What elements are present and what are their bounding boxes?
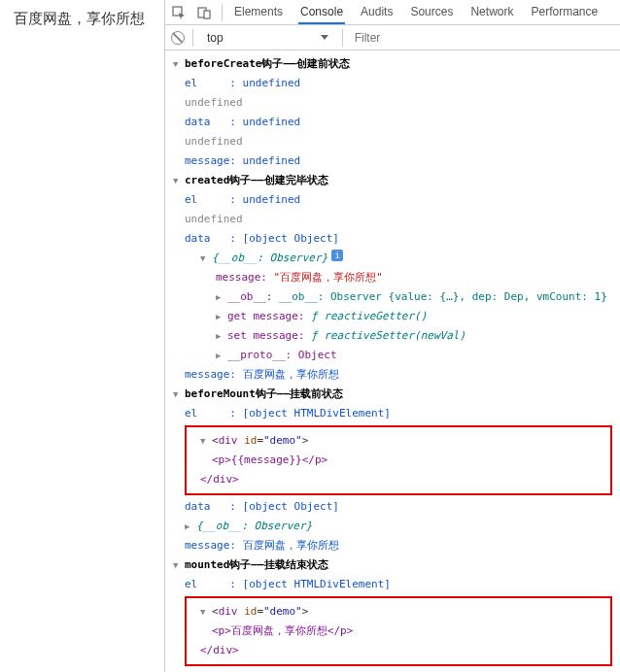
expand-icon[interactable] (200, 250, 212, 267)
tab-bar: Elements Console Audits Sources Network … (232, 1, 600, 24)
tab-performance[interactable]: Performance (529, 1, 600, 24)
html-line: <div id="demo"> (212, 603, 308, 621)
log-line: data : [object Object] (165, 668, 620, 672)
tab-console[interactable]: Console (298, 1, 345, 24)
highlight-box: <div id="demo"> <p>百度网盘，享你所想</p> </div> (185, 596, 612, 666)
log-line: message: 百度网盘，享你所想 (165, 365, 620, 385)
log-line: undefined (165, 132, 620, 151)
filter-input[interactable] (351, 29, 448, 47)
expand-icon[interactable] (216, 327, 227, 345)
log-line: __proto__: Object (227, 347, 337, 364)
log-line: set message: ƒ reactiveSetter(newVal) (227, 327, 465, 345)
log-line: data : [object Object] (165, 229, 620, 249)
log-object: {__ob__: Observer} (212, 250, 327, 267)
log-line: el : undefined (165, 190, 620, 210)
page-content: 百度网盘，享你所想 (0, 0, 165, 672)
context-label: top (207, 31, 224, 45)
expand-icon[interactable] (173, 55, 185, 73)
log-line: message: 百度网盘，享你所想 (165, 536, 620, 555)
log-line: undefined (165, 93, 620, 113)
log-line: __ob__: __ob__: Observer {value: {…}, de… (227, 288, 607, 306)
expand-icon[interactable] (173, 386, 185, 403)
expand-icon[interactable] (216, 288, 227, 306)
log-line: data : undefined (165, 113, 620, 132)
log-line: get message: ƒ reactiveGetter() (227, 308, 427, 325)
expand-icon[interactable] (216, 308, 227, 325)
chevron-down-icon (321, 35, 328, 40)
log-line: el : [object HTMLDivElement] (165, 575, 620, 594)
html-line: <div id="demo"> (212, 432, 308, 450)
console-output[interactable]: beforeCreate钩子——创建前状态 el : undefined und… (165, 50, 620, 672)
divider (222, 4, 223, 21)
svg-rect-2 (204, 11, 210, 18)
console-filterbar: top (165, 25, 620, 50)
highlight-box: <div id="demo"> <p>{{message}}</p> </div… (185, 425, 612, 495)
expand-icon[interactable] (173, 556, 185, 574)
tab-audits[interactable]: Audits (359, 1, 395, 24)
log-line: el : undefined (165, 74, 620, 93)
log-header: beforeCreate钩子——创建前状态 (185, 55, 350, 73)
device-icon[interactable] (196, 5, 212, 20)
log-line: el : [object HTMLDivElement] (165, 404, 620, 423)
divider (342, 29, 343, 47)
tab-elements[interactable]: Elements (232, 1, 285, 24)
devtools-panel: Elements Console Audits Sources Network … (165, 0, 620, 672)
log-object: {__ob__: Observer} (196, 518, 312, 535)
log-line: data : [object Object] (165, 497, 620, 517)
info-icon[interactable]: i (331, 250, 343, 261)
log-line: message: "百度网盘，享你所想" (165, 268, 620, 287)
clear-console-icon[interactable] (171, 31, 185, 45)
log-header: created钩子——创建完毕状态 (185, 172, 328, 189)
log-header: mounted钩子——挂载结束状态 (185, 556, 328, 574)
html-line: <p>{{message}}</p> (192, 451, 604, 470)
page-text: 百度网盘，享你所想 (14, 10, 145, 26)
html-line: <p>百度网盘，享你所想</p> (192, 622, 604, 641)
expand-icon[interactable] (185, 518, 196, 535)
expand-icon[interactable] (173, 172, 185, 189)
html-line: </div> (192, 470, 604, 489)
log-line: message: undefined (165, 151, 620, 171)
expand-icon[interactable] (216, 347, 227, 364)
log-line: undefined (165, 210, 620, 229)
html-line: </div> (192, 641, 604, 660)
expand-icon[interactable] (200, 603, 212, 621)
context-selector[interactable]: top (201, 29, 334, 47)
tab-network[interactable]: Network (468, 1, 515, 24)
devtools-toolbar: Elements Console Audits Sources Network … (165, 0, 620, 25)
divider (192, 29, 193, 47)
log-header: beforeMount钩子——挂载前状态 (185, 386, 343, 403)
tab-sources[interactable]: Sources (408, 1, 455, 24)
inspect-icon[interactable] (171, 5, 187, 20)
expand-icon[interactable] (200, 432, 212, 450)
